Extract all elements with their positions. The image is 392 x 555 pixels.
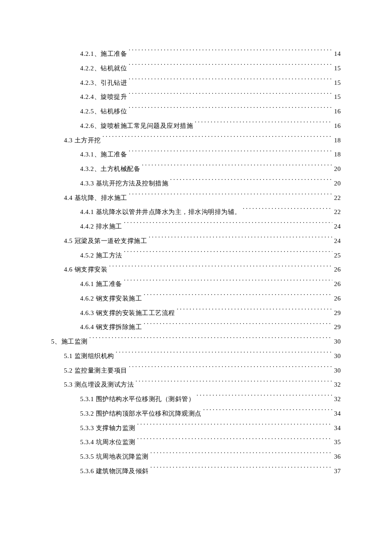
toc-leader-dots <box>135 380 332 387</box>
toc-entry-label: 4.6.1 施工准备 <box>80 277 122 292</box>
toc-entry: 4.3.2、土方机械配备20 <box>51 162 341 176</box>
toc-entry-page: 16 <box>334 104 341 119</box>
toc-entry-label: 5.2 监控量测主要项目 <box>64 364 127 378</box>
toc-entry-page: 26 <box>334 277 341 292</box>
toc-leader-dots <box>142 165 332 171</box>
toc-entry-page: 20 <box>334 176 341 191</box>
toc-entry: 4.6.3 钢支撑的安装施工工艺流程29 <box>51 306 341 321</box>
toc-entry-page: 32 <box>334 378 341 392</box>
toc-entry-page: 15 <box>334 90 341 104</box>
document-page: 4.2.1、施工准备144.2.2、钻机就位154.2.3、引孔钻进154.2.… <box>0 0 392 513</box>
toc-entry-label: 5.3.2 围护结构顶部水平位移和沉降观测点 <box>80 407 202 421</box>
toc-entry-label: 5.3.6 建筑物沉降及倾斜 <box>80 464 149 479</box>
toc-entry: 4.2.1、施工准备14 <box>51 47 341 61</box>
toc-leader-dots <box>137 424 332 430</box>
toc-leader-dots <box>203 409 332 416</box>
toc-entry-page: 26 <box>334 292 341 306</box>
toc-entry-label: 4.2.1、施工准备 <box>80 47 127 61</box>
toc-entry-page: 16 <box>334 119 341 133</box>
toc-entry-label: 4.4.2 排水施工 <box>80 220 122 234</box>
toc-entry-page: 37 <box>334 464 341 479</box>
toc-entry-page: 30 <box>334 364 341 378</box>
toc-entry: 5.3.6 建筑物沉降及倾斜37 <box>51 464 341 479</box>
toc-entry-label: 4.2.4、旋喷提升 <box>80 90 127 104</box>
toc-leader-dots <box>116 352 333 358</box>
toc-entry: 5.3 测点埋设及测试方法32 <box>51 378 341 392</box>
toc-entry-page: 34 <box>334 407 341 421</box>
toc-leader-dots <box>196 395 332 401</box>
toc-leader-dots <box>109 265 332 272</box>
toc-entry-label: 4.2.3、引孔钻进 <box>80 76 127 90</box>
toc-entry-page: 20 <box>334 162 341 176</box>
toc-entry-page: 29 <box>334 306 341 321</box>
toc-leader-dots <box>243 208 332 214</box>
toc-entry: 4.4.1 基坑降水以管井井点降水为主，排水沟明排为辅。22 <box>51 205 341 220</box>
toc-leader-dots <box>195 121 332 128</box>
toc-entry-label: 4.3.3 基坑开挖方法及控制措施 <box>80 176 168 191</box>
toc-entry-label: 5.3.5 坑周地表沉降监测 <box>80 450 149 464</box>
toc-entry-label: 4.4.1 基坑降水以管井井点降水为主，排水沟明排为辅。 <box>80 205 241 220</box>
toc-entry-page: 35 <box>334 435 341 450</box>
toc-entry: 4.6.2 钢支撑安装施工26 <box>51 292 341 306</box>
toc-leader-dots <box>129 64 332 70</box>
toc-entry: 4.2.6、旋喷桩施工常见问题及应对措施16 <box>51 119 341 133</box>
toc-entry: 5.3.3 支撑轴力监测34 <box>51 421 341 436</box>
toc-leader-dots <box>144 323 332 329</box>
toc-leader-dots <box>170 179 332 185</box>
toc-entry-page: 18 <box>334 147 341 162</box>
toc-entry: 5.3.1 围护结构水平位移测孔（测斜管）32 <box>51 392 341 407</box>
toc-entry: 4.3 土方开挖18 <box>51 133 341 148</box>
toc-leader-dots <box>129 92 332 99</box>
toc-leader-dots <box>124 251 332 257</box>
toc-entry: 5.3.4 坑周水位监测35 <box>51 435 341 450</box>
toc-leader-dots <box>129 107 332 113</box>
toc-entry-page: 34 <box>334 421 341 436</box>
toc-entry: 4.5 冠梁及第一道砼支撑施工24 <box>51 234 341 249</box>
toc-entry-label: 4.5 冠梁及第一道砼支撑施工 <box>64 234 147 249</box>
toc-entry: 5.2 监控量测主要项目30 <box>51 364 341 378</box>
toc-leader-dots <box>144 294 332 301</box>
toc-entry: 4.6 钢支撑安装26 <box>51 263 341 277</box>
toc-entry-label: 4.2.6、旋喷桩施工常见问题及应对措施 <box>80 119 193 133</box>
toc-entry-label: 4.6.3 钢支撑的安装施工工艺流程 <box>80 306 175 321</box>
toc-entry-label: 5、施工监测 <box>51 335 88 349</box>
toc-entry-page: 15 <box>334 76 341 90</box>
toc-leader-dots <box>177 309 332 315</box>
toc-entry: 4.3.3 基坑开挖方法及控制措施20 <box>51 176 341 191</box>
toc-entry-page: 14 <box>334 47 341 61</box>
toc-leader-dots <box>89 337 333 344</box>
toc-entry-page: 22 <box>334 191 341 205</box>
toc-entry-label: 5.3.4 坑周水位监测 <box>80 435 135 450</box>
toc-leader-dots <box>129 150 332 156</box>
toc-entry-page: 32 <box>334 392 341 407</box>
toc-entry-label: 4.4 基坑降、排水施工 <box>64 191 127 205</box>
toc-entry: 4.2.2、钻机就位15 <box>51 61 341 76</box>
toc-entry-page: 30 <box>334 349 341 364</box>
toc-entry-page: 29 <box>334 320 341 335</box>
toc-leader-dots <box>150 452 332 459</box>
toc-entry: 4.2.5、钻机移位16 <box>51 104 341 119</box>
toc-leader-dots <box>129 194 333 200</box>
toc-entry-label: 4.5.2 施工方法 <box>80 249 122 263</box>
toc-leader-dots <box>150 467 332 473</box>
toc-leader-dots <box>129 49 332 56</box>
toc-entry-label: 4.3.1、施工准备 <box>80 147 127 162</box>
toc-entry-page: 25 <box>334 249 341 263</box>
toc-entry: 4.2.3、引孔钻进15 <box>51 76 341 90</box>
toc-entry: 4.4 基坑降、排水施工22 <box>51 191 341 205</box>
toc-leader-dots <box>137 438 332 444</box>
toc-entry-label: 4.6.4 钢支撑拆除施工 <box>80 320 142 335</box>
toc-entry-page: 36 <box>334 450 341 464</box>
toc-entry: 4.3.1、施工准备18 <box>51 147 341 162</box>
toc-entry-label: 5.3.1 围护结构水平位移测孔（测斜管） <box>80 392 195 407</box>
toc-entry-label: 5.3.3 支撑轴力监测 <box>80 421 135 436</box>
toc-entry: 4.6.1 施工准备26 <box>51 277 341 292</box>
toc-entry: 5.3.5 坑周地表沉降监测36 <box>51 450 341 464</box>
toc-entry: 5.1 监测组织机构30 <box>51 349 341 364</box>
toc-entry-label: 4.6 钢支撑安装 <box>64 263 107 277</box>
toc-entry-label: 5.3 测点埋设及测试方法 <box>64 378 134 392</box>
toc-entry-page: 18 <box>334 133 341 148</box>
toc-leader-dots <box>149 237 332 243</box>
toc-entry: 4.2.4、旋喷提升15 <box>51 90 341 104</box>
toc-entry-label: 4.3 土方开挖 <box>64 133 101 148</box>
